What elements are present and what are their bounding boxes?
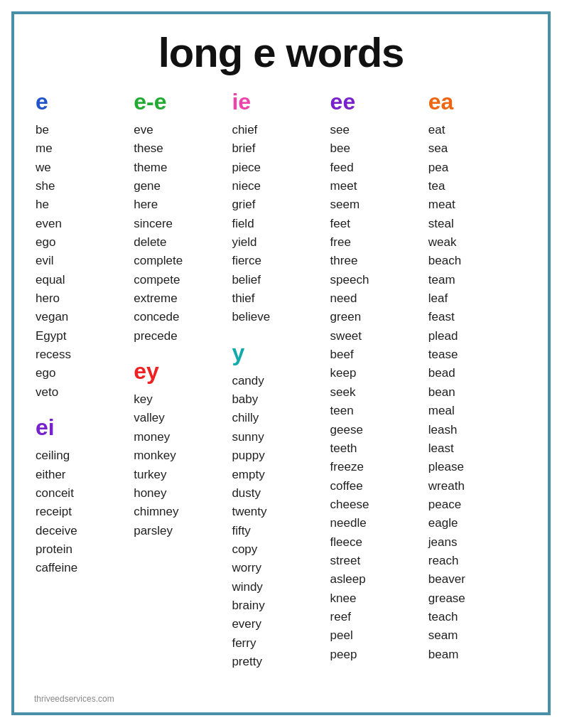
word-item: honey	[134, 484, 166, 503]
word-item: meal	[428, 402, 455, 420]
word-item: chief	[232, 121, 257, 139]
word-item: pretty	[232, 653, 262, 671]
word-item: eat	[428, 121, 445, 139]
col-ee: e-eevethesethemegeneheresinceredeletecom…	[134, 89, 232, 540]
word-item: keep	[330, 364, 357, 382]
word-item: knee	[330, 589, 357, 608]
word-item: geese	[330, 421, 363, 439]
col-ea: eaeatseapeateameatstealweakbeachteamleaf…	[428, 89, 526, 664]
col-ie: iechiefbriefpieceniecegrieffieldyieldfie…	[232, 89, 330, 671]
word-item: cheese	[330, 496, 369, 514]
word-item: receipt	[36, 503, 72, 521]
word-item: recess	[36, 346, 71, 364]
col-ee-header-1: ey	[134, 358, 159, 385]
page: long e words ebemewesheheevenegoevilequa…	[11, 11, 551, 715]
word-item: feed	[330, 159, 354, 177]
col-ee2-header-0: ee	[330, 89, 356, 115]
word-item: fleece	[330, 533, 362, 552]
word-item: pea	[428, 159, 448, 177]
word-item: meet	[330, 177, 357, 196]
col-ee2: eeseebeefeedmeetseemfeetfreethreespeechn…	[330, 89, 428, 664]
word-item: sweet	[330, 327, 362, 346]
word-item: teen	[330, 402, 354, 420]
word-item: green	[330, 308, 361, 326]
word-item: complete	[134, 252, 183, 270]
word-item: freeze	[330, 458, 364, 476]
word-item: brainy	[232, 596, 264, 615]
word-item: beam	[428, 646, 459, 664]
word-item: niece	[232, 177, 261, 196]
word-item: sea	[428, 139, 448, 158]
word-item: compete	[134, 271, 180, 289]
word-item: worry	[232, 559, 261, 577]
word-item: ceiling	[36, 446, 70, 465]
word-item: fierce	[232, 252, 261, 270]
word-item: candy	[232, 372, 264, 390]
word-item: leaf	[428, 289, 448, 308]
word-item: he	[36, 196, 49, 214]
col-e-header-1: ei	[36, 414, 55, 441]
word-item: sincere	[134, 215, 173, 233]
word-item: beach	[428, 252, 461, 270]
word-item: fifty	[232, 522, 250, 540]
word-item: chilly	[232, 409, 259, 427]
word-item: tease	[428, 346, 458, 364]
word-item: steal	[428, 215, 454, 233]
footer-text: thriveedservices.com	[34, 694, 114, 704]
word-item: precede	[134, 327, 177, 346]
word-item: ego	[36, 364, 55, 382]
word-item: reach	[428, 552, 459, 570]
col-ea-header-0: ea	[428, 89, 454, 115]
word-item: please	[428, 458, 464, 476]
word-item: weak	[428, 233, 457, 252]
word-item: belief	[232, 271, 261, 289]
word-item: asleep	[330, 570, 366, 589]
word-item: peace	[428, 496, 461, 514]
word-item: field	[232, 215, 254, 233]
word-item: delete	[134, 233, 166, 252]
word-item: every	[232, 615, 261, 633]
word-item: even	[36, 215, 62, 233]
word-item: seek	[330, 383, 356, 402]
word-item: valley	[134, 409, 164, 427]
word-item: gene	[134, 177, 161, 196]
word-item: vegan	[36, 308, 68, 326]
word-item: meat	[428, 196, 455, 214]
word-item: turkey	[134, 466, 166, 484]
col-e-header-0: e	[36, 89, 48, 115]
word-item: she	[36, 177, 55, 196]
word-item: beaver	[428, 570, 465, 589]
word-item: peep	[330, 646, 357, 664]
word-item: twenty	[232, 503, 266, 521]
word-item: protein	[36, 540, 72, 559]
word-item: grease	[428, 589, 465, 608]
col-ee-header-0: e-e	[134, 89, 166, 115]
word-item: coffee	[330, 477, 363, 496]
word-item: here	[134, 196, 158, 214]
word-item: either	[36, 466, 66, 484]
word-item: least	[428, 439, 454, 458]
word-item: parsley	[134, 522, 173, 540]
word-item: monkey	[134, 446, 176, 465]
word-item: tea	[428, 177, 445, 196]
word-item: puppy	[232, 446, 264, 465]
word-item: believe	[232, 308, 270, 326]
col-e: ebemewesheheevenegoevilequalheroveganEgy…	[36, 89, 134, 578]
word-item: money	[134, 428, 170, 446]
word-item: yield	[232, 233, 256, 252]
page-title: long e words	[36, 28, 526, 76]
word-item: equal	[36, 271, 65, 289]
word-item: extreme	[134, 289, 177, 308]
word-item: need	[330, 289, 357, 308]
word-item: speech	[330, 271, 369, 289]
word-item: these	[134, 139, 163, 158]
word-item: deceive	[36, 522, 77, 540]
word-item: wreath	[428, 477, 465, 496]
word-item: leash	[428, 421, 458, 439]
word-item: plead	[428, 327, 458, 346]
word-item: peel	[330, 626, 353, 645]
col-ie-header-1: y	[232, 340, 244, 366]
word-item: evil	[36, 252, 54, 270]
word-item: feast	[428, 308, 455, 326]
word-item: seam	[428, 626, 458, 645]
